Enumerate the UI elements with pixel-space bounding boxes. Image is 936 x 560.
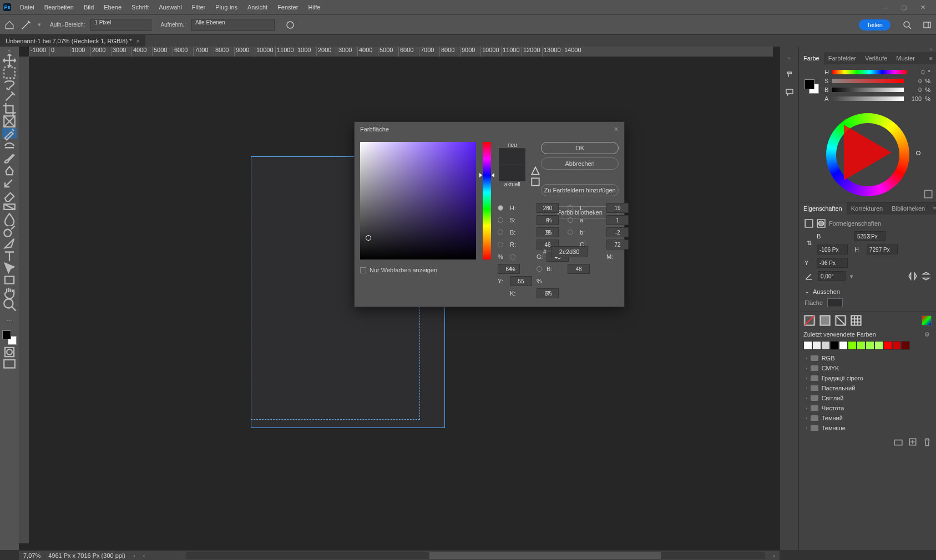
recent-swatch[interactable] bbox=[857, 341, 866, 350]
swatch-folder-item[interactable]: ›Темний bbox=[803, 413, 932, 423]
fill-color-swatch[interactable] bbox=[827, 298, 843, 307]
foreground-background-swatches[interactable] bbox=[2, 330, 17, 345]
color-picker-button-icon[interactable] bbox=[922, 315, 932, 325]
tab-verlaeufe[interactable]: Verläufe bbox=[861, 52, 892, 64]
b-slider[interactable] bbox=[832, 88, 904, 92]
menu-ebene[interactable]: Ebene bbox=[99, 2, 126, 13]
flip-v-icon[interactable] bbox=[922, 272, 930, 281]
link-wh-icon[interactable]: ⇅ bbox=[805, 238, 813, 247]
document-info[interactable]: 4961 Px x 7016 Px (300 ppi) bbox=[48, 552, 125, 559]
zoom-level[interactable]: 7,07% bbox=[23, 552, 41, 559]
x-input[interactable] bbox=[817, 245, 848, 254]
fill-solid-icon[interactable] bbox=[819, 315, 831, 325]
workspace-switcher-icon[interactable] bbox=[923, 21, 932, 29]
recent-swatch[interactable] bbox=[830, 341, 839, 350]
g-radio[interactable] bbox=[510, 254, 515, 259]
share-button[interactable]: Teilen bbox=[859, 19, 891, 30]
document-tab[interactable]: Unbenannt-1 bei 7,07% (Rechteck 1, RGB/8… bbox=[0, 35, 145, 47]
cancel-button[interactable]: Abbrechen bbox=[541, 157, 619, 170]
docinfo-chevron-icon[interactable]: › bbox=[133, 552, 135, 559]
y-input[interactable] bbox=[817, 258, 848, 268]
chevron-down-icon[interactable]: ⌄ bbox=[805, 288, 809, 295]
edit-toolbar-icon[interactable]: ⋯ bbox=[2, 316, 17, 327]
menu-filter[interactable]: Filter bbox=[188, 2, 210, 13]
trash-icon[interactable] bbox=[923, 437, 932, 446]
menu-fenster[interactable]: Fenster bbox=[273, 2, 302, 13]
bb-input[interactable] bbox=[568, 264, 590, 274]
s-slider[interactable] bbox=[832, 79, 904, 83]
bb-radio[interactable] bbox=[568, 230, 573, 235]
eraser-tool-icon[interactable] bbox=[2, 189, 17, 200]
color-wheel[interactable] bbox=[799, 108, 936, 202]
eyedropper-tool-icon[interactable] bbox=[2, 128, 17, 139]
flip-h-icon[interactable] bbox=[908, 272, 917, 281]
swatch-folder-item[interactable]: ›Пастельний bbox=[803, 383, 932, 393]
shape-pixel-icon[interactable] bbox=[805, 219, 813, 228]
horizontal-scrollbar[interactable] bbox=[186, 552, 765, 559]
marquee-tool-icon[interactable] bbox=[2, 67, 17, 78]
panel-menu-icon[interactable]: ≡ bbox=[929, 205, 936, 212]
panel-menu-icon[interactable]: ≡ bbox=[926, 55, 936, 62]
angle-input[interactable] bbox=[818, 271, 846, 281]
swatch-folder-item[interactable]: ›RGB bbox=[803, 353, 932, 363]
saturation-value-field[interactable] bbox=[360, 142, 476, 259]
recent-swatch[interactable] bbox=[812, 341, 821, 350]
brush-tool-icon[interactable] bbox=[2, 152, 17, 163]
h-slider[interactable] bbox=[832, 70, 907, 74]
gear-icon[interactable]: ⚙ bbox=[923, 330, 932, 339]
clone-tool-icon[interactable] bbox=[2, 165, 17, 175]
a-slider[interactable] bbox=[832, 96, 904, 101]
panel-fg-bg-swatches[interactable] bbox=[805, 79, 819, 94]
current-tool-icon[interactable] bbox=[20, 19, 32, 31]
h-radio[interactable] bbox=[498, 205, 503, 211]
recent-swatch[interactable] bbox=[821, 341, 830, 350]
scroll-right-icon[interactable]: › bbox=[773, 552, 775, 559]
tab-muster[interactable]: Muster bbox=[892, 52, 919, 64]
gradient-tool-icon[interactable] bbox=[2, 201, 17, 212]
height-input[interactable] bbox=[867, 245, 898, 254]
dialog-close-icon[interactable]: ✕ bbox=[614, 126, 619, 133]
brush-settings-icon[interactable] bbox=[785, 70, 794, 79]
quick-select-tool-icon[interactable] bbox=[2, 91, 17, 102]
recent-swatch[interactable] bbox=[848, 341, 857, 350]
hue-slider[interactable] bbox=[483, 142, 492, 259]
b-input[interactable] bbox=[606, 227, 629, 237]
menu-bild[interactable]: Bild bbox=[79, 2, 98, 13]
zoom-tool-icon[interactable] bbox=[2, 299, 17, 309]
dodge-tool-icon[interactable] bbox=[2, 226, 17, 236]
menu-ansicht[interactable]: Ansicht bbox=[243, 2, 272, 13]
panel-collapse-icon[interactable]: » bbox=[799, 47, 936, 52]
lasso-tool-icon[interactable] bbox=[2, 79, 17, 90]
home-icon[interactable] bbox=[4, 20, 14, 30]
tab-eigenschaften[interactable]: Eigenschaften bbox=[799, 202, 847, 215]
ruler-vertical[interactable] bbox=[19, 57, 29, 543]
menu-plugins[interactable]: Plug-ins bbox=[211, 2, 242, 13]
menu-schrift[interactable]: Schrift bbox=[127, 2, 153, 13]
swatch-folder-item[interactable]: ›Градації сірого bbox=[803, 373, 932, 383]
menu-datei[interactable]: Datei bbox=[16, 2, 39, 13]
a-radio[interactable] bbox=[568, 217, 573, 223]
tab-farbe[interactable]: Farbe bbox=[799, 52, 824, 64]
swatch-folder-item[interactable]: ›Світлий bbox=[803, 393, 932, 403]
hex-input[interactable] bbox=[551, 246, 588, 257]
a-input[interactable] bbox=[606, 215, 629, 225]
window-minimize-icon[interactable]: — bbox=[881, 3, 889, 12]
shape-mask-icon[interactable] bbox=[817, 219, 826, 228]
pen-tool-icon[interactable] bbox=[2, 238, 17, 248]
swatch-folder-item[interactable]: ›CMYK bbox=[803, 363, 932, 373]
healing-tool-icon[interactable] bbox=[2, 140, 17, 151]
tab-bibliotheken[interactable]: Bibliotheken bbox=[887, 202, 929, 215]
screen-mode-icon[interactable] bbox=[2, 359, 17, 369]
ok-button[interactable]: OK bbox=[541, 142, 619, 154]
comments-icon[interactable] bbox=[785, 88, 794, 96]
document-tab-close-icon[interactable]: × bbox=[136, 38, 139, 44]
menu-bearbeiten[interactable]: Bearbeiten bbox=[40, 2, 78, 13]
swatch-folder-item[interactable]: ›Чистота bbox=[803, 403, 932, 413]
r-radio[interactable] bbox=[498, 242, 503, 247]
type-tool-icon[interactable] bbox=[2, 250, 17, 261]
move-tool-icon[interactable] bbox=[2, 55, 17, 65]
swatch-folder-item[interactable]: ›Темніше bbox=[803, 423, 932, 433]
fill-pattern-icon[interactable] bbox=[850, 315, 862, 325]
y-input[interactable] bbox=[510, 276, 532, 286]
window-maximize-icon[interactable]: ▢ bbox=[899, 3, 908, 12]
